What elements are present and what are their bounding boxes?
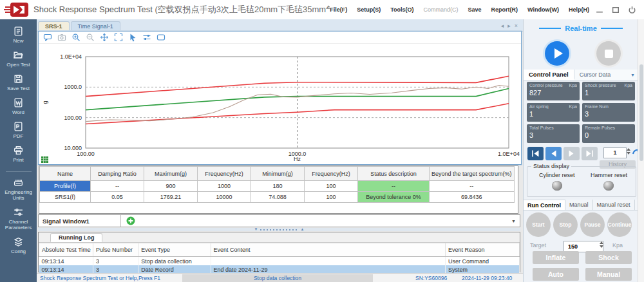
srs-table-row[interactable]: SRS1(f)0.051769.211000074.088100Beyond t… <box>40 192 515 203</box>
log-col-absolute-test-time: Absolute Test Time <box>39 243 93 257</box>
running-log-tab-row: Running Log <box>39 232 520 243</box>
power-close-icon[interactable] <box>628 6 636 14</box>
app-logo-icon <box>4 1 30 18</box>
menu-report-r[interactable]: Report(R) <box>491 6 518 13</box>
inflate-button[interactable]: Inflate <box>533 251 579 264</box>
sidebar-item-engineering-units[interactable]: Engineering Units <box>1 177 37 201</box>
continue-button[interactable]: Continue <box>607 212 632 237</box>
srs-result-table-wrap: NameDamping RatioMaximum(g)Frequency(Hz)… <box>39 165 518 214</box>
tab-srs-1[interactable]: SRS-1 <box>38 21 70 31</box>
tune-icon[interactable] <box>142 33 151 42</box>
field-value-frame-num: 3 <box>585 110 632 118</box>
srs-cell: 180 <box>251 181 305 192</box>
skip-last-icon[interactable] <box>582 147 598 160</box>
srs-chart-panel: 1.0E+041000.0100.0010.000100.001000.01.0… <box>38 31 522 165</box>
sidebar-item-save-test[interactable]: Save Test <box>1 73 37 91</box>
select-cursor-icon[interactable] <box>128 33 137 42</box>
grid-toggle-icon[interactable] <box>41 154 48 160</box>
add-signal-icon[interactable] <box>126 216 135 225</box>
menu-setup-s[interactable]: Setup(S) <box>357 6 381 13</box>
tab-manual[interactable]: Manual <box>565 200 593 210</box>
play-button[interactable] <box>543 39 571 68</box>
sidebar-item-new[interactable]: New <box>1 26 37 44</box>
srs-cell: 0.05 <box>91 192 144 203</box>
srs-cell: -- <box>430 181 515 192</box>
target-pressure-row: Target Kpa <box>524 241 638 251</box>
log-col-event-reason: Event Reason <box>446 243 520 257</box>
frame-spinner-arrows-icon[interactable] <box>627 148 630 155</box>
scrollbar-thumb[interactable] <box>639 64 643 161</box>
pause-button[interactable]: Pause <box>580 212 605 237</box>
vertical-scrollbar[interactable] <box>638 19 644 282</box>
zoom-out-icon[interactable] <box>85 33 95 42</box>
next-frame-icon[interactable] <box>564 147 580 160</box>
svg-text:1.0E+04: 1.0E+04 <box>498 151 520 157</box>
srs-cell: 100 <box>305 181 358 192</box>
status-datetime: 2024-11-29 09:23:40 <box>462 275 512 281</box>
tab-scroll-right-icon[interactable]: ▸ <box>507 23 511 29</box>
skip-first-icon[interactable] <box>527 147 544 160</box>
tab-manual-reset[interactable]: Manual reset <box>593 200 635 210</box>
log-cell: User Command <box>446 257 520 266</box>
log-col-pulse-number: Pulse Number <box>93 243 138 257</box>
shock-button[interactable]: Shock <box>585 251 632 264</box>
menu-window-w[interactable]: Window(W) <box>527 6 559 13</box>
srs-table-row[interactable]: Profile(f)--9001000180100---- <box>40 181 515 192</box>
snapshot-icon[interactable] <box>57 33 66 42</box>
sidebar: NewOpen TestSave TestWordPDFPrintEnginee… <box>0 19 37 282</box>
log-cell: 09:13:14 <box>39 257 93 266</box>
sidebar-item-label: Save Test <box>1 86 37 91</box>
pan-icon[interactable] <box>99 33 109 42</box>
horizontal-splitter[interactable]: ▼▲ <box>38 228 520 231</box>
minimize-icon[interactable] <box>596 6 604 14</box>
window-select-icon[interactable] <box>156 33 166 42</box>
tab-close-icon[interactable]: × <box>515 23 518 29</box>
fit-screen-icon[interactable] <box>113 33 123 42</box>
log-row[interactable]: 09:13:143Stop data collectionUser Comman… <box>39 257 520 266</box>
annotation-icon[interactable] <box>43 33 52 42</box>
prev-frame-icon[interactable] <box>545 147 562 160</box>
tab-scroll-left-icon[interactable]: ◂ <box>501 23 504 29</box>
stop-button[interactable] <box>594 39 623 68</box>
log-cell <box>211 257 446 266</box>
window-controls <box>596 6 644 14</box>
srs-cell: Profile(f) <box>40 181 91 192</box>
sidebar-item-pdf[interactable]: PDF <box>1 121 37 139</box>
target-spinner-arrows-icon[interactable] <box>600 241 603 248</box>
frame-number-spinner[interactable]: 1 <box>603 147 627 158</box>
menu-save[interactable]: Save <box>468 6 482 13</box>
manual-button[interactable]: Manual <box>585 268 632 281</box>
pdf-document-icon <box>13 121 24 132</box>
menu-file-f[interactable]: File(F) <box>330 6 347 13</box>
telemetry-fields: Control pressureKpa827Shock pressureKpa1… <box>527 82 635 143</box>
log-cell: 3 <box>93 257 138 266</box>
sidebar-item-config[interactable]: Config <box>1 236 37 254</box>
tab-running-log[interactable]: Running Log <box>50 233 102 242</box>
tab-cursor-data[interactable]: Cursor Data <box>574 70 616 80</box>
menu-command-c[interactable]: Command(C) <box>424 6 459 13</box>
tab-control-panel[interactable]: Control Panel <box>524 70 574 80</box>
start-button[interactable]: Start <box>526 212 551 237</box>
engineering-units-icon <box>13 177 24 188</box>
field-control-pressure: Control pressureKpa827 <box>527 82 580 100</box>
sidebar-item-open-test[interactable]: Open Test <box>1 50 37 68</box>
tab-time-signal-1[interactable]: Time Signal-1 <box>71 21 120 31</box>
maximize-icon[interactable] <box>612 6 620 14</box>
srs-result-table: NameDamping RatioMaximum(g)Frequency(Hz)… <box>39 166 515 203</box>
menu-bar: File(F)Setup(S)Tools(O)Command(C)SaveRep… <box>330 6 596 13</box>
srs-chart[interactable]: 1.0E+041000.0100.0010.000100.001000.01.0… <box>39 44 520 162</box>
signal-window-dropdown-icon[interactable]: ▼ <box>511 219 520 223</box>
zoom-in-icon[interactable] <box>71 33 80 42</box>
sidebar-item-label: PDF <box>1 133 37 139</box>
stop-button[interactable]: Stop <box>553 212 578 237</box>
sidebar-item-channel-parameters[interactable]: Channel Parameters <box>1 207 37 230</box>
menu-tools-o[interactable]: Tools(O) <box>390 6 413 13</box>
sidebar-item-word[interactable]: Word <box>1 97 37 115</box>
srs-cell: SRS1(f) <box>40 192 91 203</box>
sidebar-item-print[interactable]: Print <box>1 145 37 163</box>
cylinder-reset-led <box>552 181 562 191</box>
menu-help-h[interactable]: Help(H) <box>569 6 589 13</box>
tab-run-control[interactable]: Run Control <box>524 200 565 210</box>
auto-button[interactable]: Auto <box>533 268 579 281</box>
log-col-event-content: Event Content <box>211 243 446 257</box>
